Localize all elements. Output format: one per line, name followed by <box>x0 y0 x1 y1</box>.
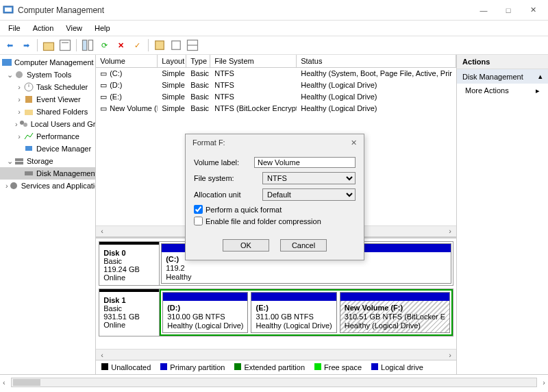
volume-row[interactable]: ▭(D:)SimpleBasicNTFSHealthy (Logical Dri… <box>96 79 456 91</box>
svg-rect-22 <box>25 171 33 175</box>
volume-row[interactable]: ▭New Volume (F:)SimpleBasicNTFS (BitLock… <box>96 103 456 114</box>
disk1-part-d[interactable]: (D:)310.00 GB NTFSHealthy (Logical Drive… <box>162 292 248 333</box>
actions-more[interactable]: More Actions▸ <box>457 84 548 98</box>
up-icon[interactable] <box>42 38 55 52</box>
show-hide-icon[interactable] <box>81 38 95 52</box>
volume-label-input[interactable] <box>254 157 356 168</box>
svg-rect-6 <box>88 40 92 51</box>
svg-rect-7 <box>155 41 164 50</box>
tree-shared[interactable]: ›Shared Folders <box>0 106 95 118</box>
svg-point-12 <box>16 71 23 78</box>
filesystem-label: File system: <box>194 174 262 182</box>
tree-users[interactable]: ›Local Users and Groups <box>0 118 95 130</box>
quick-format-checkbox[interactable] <box>194 205 203 214</box>
svg-rect-15 <box>25 96 32 103</box>
svg-rect-1 <box>5 8 12 12</box>
disk1-part-f[interactable]: New Volume (F:)310.51 GB NTFS (BitLocker… <box>340 292 450 333</box>
titlebar: Computer Management — □ ✕ <box>0 0 548 21</box>
tree-systools[interactable]: ⌄System Tools <box>0 69 95 81</box>
tree-pane: Computer Management (Local ⌄System Tools… <box>0 55 96 374</box>
export-icon[interactable] <box>153 38 166 52</box>
tree-root[interactable]: Computer Management (Local <box>0 56 95 69</box>
ok-button[interactable]: OK <box>223 239 269 252</box>
back-icon[interactable]: ⬅ <box>3 38 16 52</box>
svg-rect-2 <box>44 42 54 50</box>
menu-help[interactable]: Help <box>89 23 116 34</box>
actions-header: Actions <box>457 55 548 69</box>
svg-rect-5 <box>83 40 87 51</box>
maximize-button[interactable]: □ <box>496 1 521 20</box>
compression-label: Enable file and folder compression <box>206 217 321 225</box>
disk0-header[interactable]: Disk 0 Basic 119.24 GB Online <box>99 242 160 286</box>
compression-checkbox[interactable] <box>194 217 203 225</box>
svg-rect-3 <box>60 40 71 51</box>
tree-task[interactable]: ›Task Scheduler <box>0 81 95 93</box>
app-icon <box>3 5 14 16</box>
legend: Unallocated Primary partition Extended p… <box>96 360 456 374</box>
svg-point-18 <box>23 123 27 127</box>
svg-rect-19 <box>25 146 32 151</box>
actions-pane: Actions Disk Management▴ More Actions▸ <box>457 55 548 374</box>
delete-icon[interactable]: ✕ <box>114 38 127 52</box>
tree-event[interactable]: ›Event Viewer <box>0 93 95 106</box>
svg-rect-16 <box>25 110 33 115</box>
minimize-button[interactable]: — <box>471 1 496 20</box>
graphical-hscroll[interactable]: ‹› <box>96 349 456 360</box>
chevron-right-icon: ▸ <box>536 86 540 95</box>
disk1-part-e[interactable]: (E:)311.00 GB NTFSHealthy (Logical Drive… <box>251 292 336 333</box>
volume-row[interactable]: ▭(C:)SimpleBasicNTFSHealthy (System, Boo… <box>96 68 456 79</box>
volume-label-label: Volume label: <box>194 158 254 167</box>
volume-list: ▭(C:)SimpleBasicNTFSHealthy (System, Boo… <box>96 68 456 114</box>
tree-devmgr[interactable]: Device Manager <box>0 143 95 155</box>
svg-point-23 <box>10 182 17 189</box>
menubar: File Action View Help <box>0 21 548 36</box>
dialog-close-icon[interactable]: ✕ <box>351 138 357 147</box>
allocation-select[interactable]: Default <box>262 188 356 201</box>
tree-services[interactable]: ›Services and Applications <box>0 180 95 192</box>
check-icon[interactable]: ✓ <box>130 38 144 52</box>
volume-header: Volume Layout Type File System Status <box>96 55 456 68</box>
list-icon[interactable] <box>186 38 199 52</box>
col-fs[interactable]: File System <box>210 55 297 67</box>
menu-file[interactable]: File <box>3 23 26 34</box>
col-volume[interactable]: Volume <box>96 55 158 67</box>
svg-rect-11 <box>2 59 12 66</box>
menu-view[interactable]: View <box>60 23 88 34</box>
help-icon[interactable] <box>169 38 183 52</box>
svg-point-17 <box>20 121 24 125</box>
menu-action[interactable]: Action <box>27 23 60 34</box>
cancel-button[interactable]: Cancel <box>280 239 327 252</box>
tree-storage[interactable]: ⌄Storage <box>0 155 95 167</box>
toolbar: ⬅ ➡ ⟳ ✕ ✓ <box>0 36 548 55</box>
allocation-label: Allocation unit <box>194 191 262 199</box>
volume-row[interactable]: ▭(E:)SimpleBasicNTFSHealthy (Logical Dri… <box>96 91 456 103</box>
format-dialog: Format F: ✕ Volume label: File system:NT… <box>185 134 364 260</box>
col-type[interactable]: Type <box>186 55 210 67</box>
disk1-header[interactable]: Disk 1 Basic 931.51 GB Online <box>99 289 160 336</box>
properties-icon[interactable] <box>58 38 72 52</box>
col-status[interactable]: Status <box>297 55 456 67</box>
window-title: Computer Management <box>18 5 104 15</box>
filesystem-select[interactable]: NTFS <box>262 172 356 184</box>
col-layout[interactable]: Layout <box>158 55 186 67</box>
forward-icon[interactable]: ➡ <box>19 38 33 52</box>
window-hscroll[interactable]: ‹ › <box>0 374 548 389</box>
disk1-row: Disk 1 Basic 931.51 GB Online (D:)310.00… <box>99 289 453 336</box>
collapse-icon: ▴ <box>538 72 543 81</box>
close-button[interactable]: ✕ <box>521 1 545 20</box>
tree-diskmgmt[interactable]: Disk Management <box>0 167 95 180</box>
svg-rect-8 <box>172 41 181 50</box>
actions-diskmgmt[interactable]: Disk Management▴ <box>457 69 548 84</box>
svg-rect-21 <box>15 162 23 164</box>
tree-perf[interactable]: ›Performance <box>0 130 95 143</box>
svg-rect-20 <box>15 158 23 161</box>
quick-format-label: Perform a quick format <box>206 206 282 214</box>
dialog-title: Format F: <box>192 138 225 147</box>
refresh-icon[interactable]: ⟳ <box>97 38 111 52</box>
